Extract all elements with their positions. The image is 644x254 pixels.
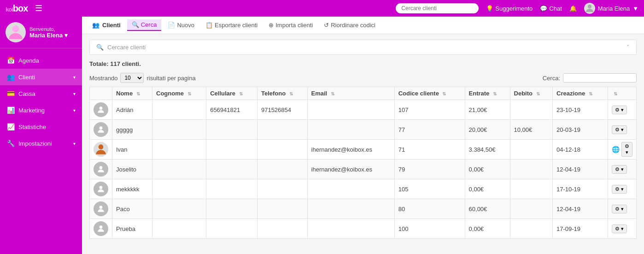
- notifications-button[interactable]: 🔔: [569, 5, 577, 12]
- search-icon: 🔍: [132, 21, 139, 28]
- table-row[interactable]: Joselitoihernandez@koibox.es790,00€12-04…: [90, 159, 637, 179]
- avatar-placeholder: [94, 201, 108, 216]
- avatar-cell: [90, 159, 112, 179]
- cell-creazione: 04-12-18: [553, 140, 608, 159]
- cell-codice: 100: [394, 219, 465, 239]
- profile-text: Benvenuto, Maria Elena ▾: [29, 26, 68, 39]
- per-page-select[interactable]: 10 25 50 100: [120, 73, 144, 83]
- cerca-button[interactable]: 🔍 Cerca: [127, 19, 162, 31]
- sidebar-item-clienti[interactable]: 👥 Clienti ▾: [0, 69, 82, 85]
- sort-icon: ⇅: [187, 91, 191, 96]
- cell-entrate: 20,00€: [465, 120, 510, 140]
- sidebar-item-label: Marketing: [18, 107, 70, 114]
- row-action-button[interactable]: ⚙ ▾: [612, 205, 627, 213]
- col-cellulare[interactable]: Cellulare ⇅: [206, 87, 258, 100]
- col-avatar: [90, 87, 112, 100]
- table-row[interactable]: ggggg7720,00€10,00€20-03-19⚙ ▾: [90, 120, 637, 140]
- bell-icon: 🔔: [569, 5, 577, 12]
- row-action-button[interactable]: ⚙ ▾: [612, 185, 627, 194]
- cell-cognome: [152, 199, 206, 219]
- cell-email: [307, 219, 394, 239]
- sidebar-item-agenda[interactable]: 📅 Agenda: [0, 52, 82, 69]
- cell-nome: Paco: [112, 199, 152, 219]
- cell-nome: ggggg: [112, 120, 152, 140]
- cell-actions: ⚙ ▾: [608, 219, 637, 239]
- svg-point-2: [100, 106, 103, 110]
- sort-icon: ⇅: [493, 91, 497, 96]
- lightbulb-icon: 💡: [486, 5, 493, 12]
- cell-entrate: 0,00€: [465, 179, 510, 199]
- cassa-icon: 💳: [6, 90, 15, 97]
- avatar: [6, 22, 26, 42]
- col-entrate[interactable]: Entrate ⇅: [465, 87, 510, 100]
- riordinare-button[interactable]: ↺ Riordinare codici: [319, 20, 380, 30]
- sort-icon: ⇅: [136, 91, 140, 96]
- row-action-button[interactable]: ⚙ ▾: [612, 125, 627, 134]
- sidebar-item-impostazioni[interactable]: 🔧 Impostazioni ▾: [0, 135, 82, 152]
- sidebar-item-label: Impostazioni: [18, 140, 70, 147]
- cell-telefono: [257, 199, 307, 219]
- cell-cellulare: [206, 179, 258, 199]
- col-creazione[interactable]: Creazione ⇅: [553, 87, 608, 100]
- sort-icon: ⇅: [589, 91, 592, 96]
- sidebar-item-marketing[interactable]: 📊 Marketing ▾: [0, 102, 82, 118]
- table-row[interactable]: Prueba1000,00€17-09-19⚙ ▾: [90, 219, 637, 239]
- table-search-input[interactable]: [563, 73, 637, 83]
- cell-actions: ⚙ ▾: [608, 199, 637, 219]
- sort-icon: ⇅: [289, 91, 293, 96]
- topbar-left: koibox ☰: [6, 3, 42, 14]
- col-cognome[interactable]: Cognome ⇅: [152, 87, 206, 100]
- global-search-input[interactable]: [396, 3, 479, 13]
- statistiche-icon: 📈: [6, 123, 15, 130]
- sidebar-item-label: Statistiche: [18, 124, 76, 130]
- sidebar-item-cassa[interactable]: 💳 Cassa ▾: [0, 85, 82, 102]
- cell-cellulare: [206, 199, 258, 219]
- svg-point-3: [100, 126, 103, 130]
- row-action-button[interactable]: ⚙ ▾: [612, 106, 627, 114]
- reorder-icon: ↺: [324, 22, 329, 29]
- chat-button[interactable]: 💬 Chat: [540, 5, 562, 12]
- page-title-text: Clienti: [102, 22, 121, 29]
- cell-creazione: 20-03-19: [553, 120, 608, 140]
- svg-point-4: [99, 144, 104, 149]
- hamburger-icon[interactable]: ☰: [35, 3, 42, 13]
- row-action-button[interactable]: ⚙ ▾: [612, 165, 627, 174]
- col-email[interactable]: Email ⇅: [307, 87, 394, 100]
- col-nome[interactable]: Nome ⇅: [112, 87, 152, 100]
- row-action-button[interactable]: ⚙ ▾: [612, 224, 627, 233]
- cell-email: [307, 100, 394, 120]
- row-action-button[interactable]: ⚙ ▾: [621, 142, 632, 157]
- col-codice[interactable]: Codice cliente ⇅: [394, 87, 465, 100]
- suggestion-button[interactable]: 💡 Suggerimento: [486, 5, 533, 12]
- col-telefono[interactable]: Telefono ⇅: [257, 87, 307, 100]
- search-box[interactable]: 🔍 Cercare clienti ˅: [89, 40, 637, 55]
- nuovo-button[interactable]: 📄 Nuovo: [163, 20, 199, 30]
- cell-nome: Joselito: [112, 159, 152, 179]
- avatar-placeholder: [94, 221, 108, 236]
- cell-email: [307, 199, 394, 219]
- cell-email: ihernandez@koibox.es: [307, 140, 394, 159]
- cell-telefono: [257, 140, 307, 159]
- esportare-button[interactable]: 📋 Esportare clienti: [201, 20, 262, 30]
- table-row[interactable]: Adrián65694182197152685410721,00€23-10-1…: [90, 100, 637, 120]
- profile-name: Maria Elena ▾: [29, 32, 68, 39]
- global-search[interactable]: [396, 3, 479, 13]
- cell-actions: ⚙ ▾: [608, 120, 637, 140]
- table-controls-left: Totale: 117 clienti.: [89, 60, 141, 69]
- sidebar-item-statistiche[interactable]: 📈 Statistiche: [0, 118, 82, 135]
- importa-label: Importa clienti: [275, 22, 313, 29]
- cell-telefono: 971526854: [257, 100, 307, 120]
- topbar-right: 💡 Suggerimento 💬 Chat 🔔 Maria Elena ▼: [396, 3, 638, 14]
- importa-button[interactable]: ⊕ Importa clienti: [264, 20, 317, 30]
- table-header: Nome ⇅ Cognome ⇅ Cellulare ⇅ Telefono ⇅ …: [90, 87, 637, 100]
- table-row[interactable]: Ivanihernandez@koibox.es713.384,50€04-12…: [90, 140, 637, 159]
- avatar-cell: [90, 199, 112, 219]
- user-menu[interactable]: Maria Elena ▼: [584, 3, 638, 14]
- cell-creazione: 12-04-19: [553, 159, 608, 179]
- user-name: Maria Elena: [598, 5, 630, 12]
- table-row[interactable]: mekkkkk1050,00€17-10-19⚙ ▾: [90, 179, 637, 199]
- col-debito[interactable]: Debito ⇅: [510, 87, 552, 100]
- cell-nome: Adrián: [112, 100, 152, 120]
- cell-email: [307, 120, 394, 140]
- table-row[interactable]: Paco8060,00€12-04-19⚙ ▾: [90, 199, 637, 219]
